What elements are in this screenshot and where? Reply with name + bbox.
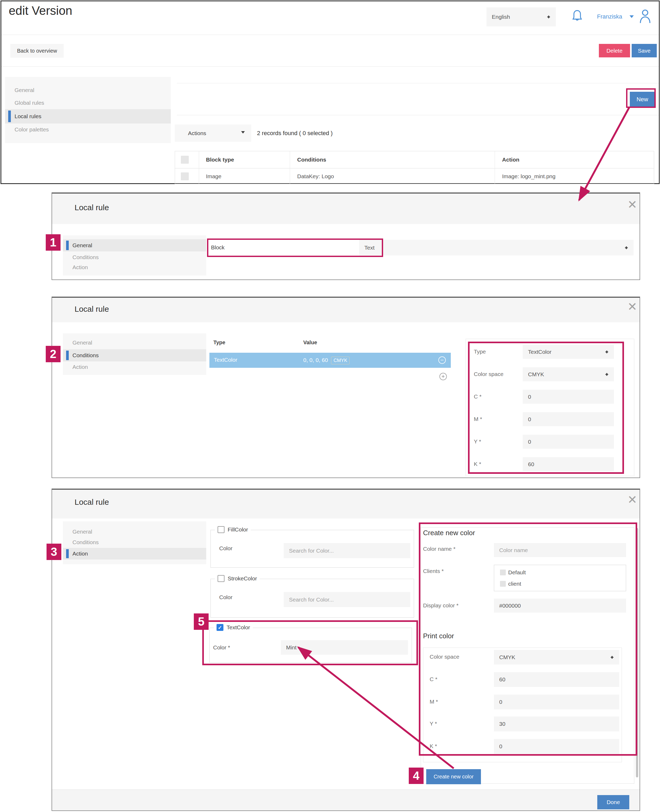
client-client-checkbox[interactable] <box>500 581 506 587</box>
page-title: edit Version <box>9 3 72 18</box>
dialog-scrollbar-thumb[interactable] <box>636 528 638 777</box>
print-y-input[interactable] <box>494 716 619 731</box>
back-to-overview-button[interactable]: Back to overview <box>10 44 64 57</box>
textcolor-legend: TextColor <box>227 624 250 631</box>
create-new-color-button[interactable]: Create new color <box>426 769 481 784</box>
close-icon[interactable]: ✕ <box>627 199 637 211</box>
active-nav-bar <box>66 351 69 360</box>
dialog-step-nav: General Conditions Action <box>63 333 206 375</box>
y-label: Y * <box>474 439 481 445</box>
step-badge-2: 2 <box>46 346 61 362</box>
c-label: C * <box>474 394 482 400</box>
print-m-input[interactable] <box>494 695 619 710</box>
done-button[interactable]: Done <box>597 795 629 809</box>
active-nav-bar <box>66 241 69 250</box>
remove-condition-button[interactable]: − <box>438 356 446 364</box>
print-k-label: K * <box>429 743 437 749</box>
m-value-input[interactable] <box>523 412 614 426</box>
dialog-nav-conditions[interactable]: Conditions <box>63 349 206 361</box>
select-all-checkbox[interactable] <box>181 156 189 164</box>
dialog-nav-action[interactable]: Action <box>63 548 206 560</box>
plus-icon: + <box>442 373 445 380</box>
add-condition-button[interactable]: + <box>439 373 447 380</box>
nav-item-local-rules[interactable]: Local rules <box>5 109 171 123</box>
print-c-input[interactable] <box>494 672 619 687</box>
active-nav-bar <box>8 110 11 122</box>
local-rule-dialog-action: Local rule ✕ General Conditions Action F… <box>51 489 640 811</box>
delete-button[interactable]: Delete <box>599 44 630 57</box>
save-button[interactable]: Save <box>632 44 657 57</box>
dialog-nav-general[interactable]: General <box>63 338 206 348</box>
user-menu[interactable]: Franziska <box>597 11 634 22</box>
fillcolor-checkbox[interactable] <box>217 526 225 533</box>
step-badge-5: 5 <box>194 613 209 630</box>
print-k-input[interactable] <box>494 739 619 754</box>
stroke-color-search-input[interactable] <box>284 592 410 607</box>
block-type-select[interactable]: Text <box>359 240 634 255</box>
notifications-bell-icon[interactable] <box>570 9 584 25</box>
col-header-action: Action <box>502 156 519 163</box>
col-header-conditions: Conditions <box>297 156 326 163</box>
colorspace-label: Color space <box>474 371 503 377</box>
k-value-input[interactable] <box>523 457 614 471</box>
user-avatar-icon[interactable] <box>638 8 652 25</box>
fill-color-label: Color <box>219 545 232 552</box>
header-divider <box>1 35 659 35</box>
cell-conditions: DataKey: Logo <box>297 173 334 180</box>
dialog-nav-conditions[interactable]: Conditions <box>63 537 206 547</box>
dialog-header: Local rule ✕ <box>52 490 640 518</box>
condition-colorspace-select[interactable]: CMYK <box>523 367 614 381</box>
dialog-nav-action[interactable]: Action <box>63 263 206 272</box>
actions-dropdown[interactable]: Actions <box>175 124 251 142</box>
condition-row-selected[interactable]: TextColor 0, 0, 0, 60CMYK − <box>209 353 451 368</box>
m-label: M * <box>474 416 482 422</box>
row-checkbox[interactable] <box>181 172 189 180</box>
select-stepper-icon <box>624 244 629 251</box>
text-color-input[interactable] <box>281 640 408 655</box>
dialog-title: Local rule <box>75 305 109 314</box>
nav-item-general[interactable]: General <box>5 85 171 96</box>
color-name-label: Color name * <box>423 546 455 552</box>
condition-type-select[interactable]: TextColor <box>523 345 614 359</box>
dialog-title: Local rule <box>75 203 109 212</box>
check-icon: ✓ <box>218 625 222 631</box>
condition-type: TextColor <box>214 357 238 363</box>
table-col-divider <box>290 151 290 184</box>
c-value-input[interactable] <box>523 390 614 404</box>
client-default-checkbox[interactable] <box>500 570 506 575</box>
language-select[interactable]: English <box>487 7 556 26</box>
stroke-color-label: Color <box>219 594 232 600</box>
strokecolor-legend: StrokeColor <box>228 575 257 582</box>
dialog-nav-general[interactable]: General <box>63 527 206 537</box>
language-select-value: English <box>492 14 547 20</box>
local-rules-table: Block type Conditions Action Image DataK… <box>175 151 654 184</box>
y-value-input[interactable] <box>523 435 614 449</box>
nav-item-color-palettes[interactable]: Color palettes <box>5 124 171 135</box>
print-colorspace-label: Color space <box>429 654 459 660</box>
dialog-nav-general[interactable]: General <box>63 239 206 252</box>
close-icon[interactable]: ✕ <box>627 301 637 313</box>
conditions-value-header: Value <box>303 340 317 346</box>
print-c-label: C * <box>429 676 437 683</box>
new-rule-button[interactable]: New <box>630 92 655 107</box>
minus-icon: − <box>441 357 444 363</box>
display-color-input[interactable] <box>494 598 626 613</box>
print-colorspace-select[interactable]: CMYK <box>494 650 619 664</box>
edit-version-screen: edit Version English Franziska Back to o… <box>0 0 660 184</box>
print-color-heading: Print color <box>423 632 454 640</box>
textcolor-checkbox[interactable]: ✓ <box>217 624 224 631</box>
dialog-footer <box>52 790 640 810</box>
close-icon[interactable]: ✕ <box>627 494 637 506</box>
strokecolor-checkbox[interactable] <box>217 575 225 582</box>
user-menu-caret-icon <box>629 15 634 20</box>
dialog-nav-conditions[interactable]: Conditions <box>63 252 206 262</box>
color-name-input[interactable] <box>494 543 626 557</box>
create-color-heading: Create new color <box>423 529 475 537</box>
dialog-nav-action[interactable]: Action <box>63 362 206 372</box>
user-name: Franziska <box>597 13 622 20</box>
k-label: K * <box>474 461 481 467</box>
select-stepper-icon <box>605 349 609 355</box>
nav-item-global-rules[interactable]: Global rules <box>5 97 171 108</box>
fill-color-search-input[interactable] <box>284 543 410 558</box>
colorspace-chip: CMYK <box>331 357 350 364</box>
